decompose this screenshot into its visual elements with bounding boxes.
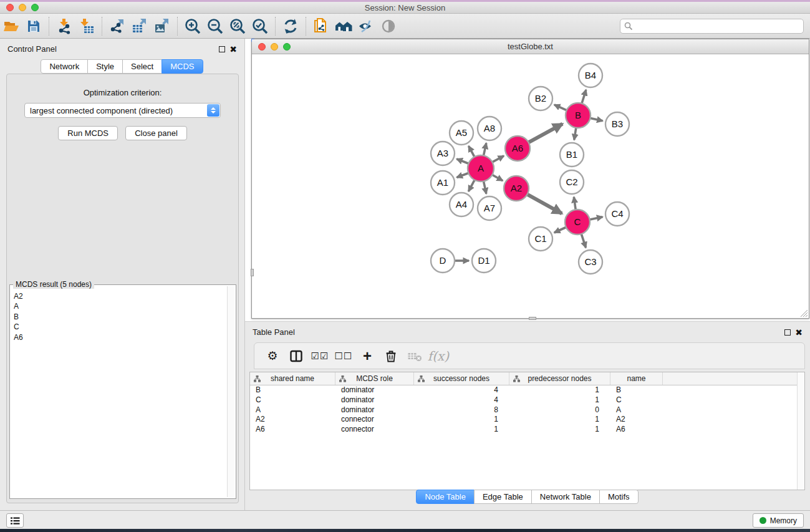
graph-edge-A-A4[interactable] (468, 179, 475, 191)
column-header-MCDS-role[interactable]: MCDS role (335, 372, 414, 385)
column-header-successor-nodes[interactable]: successor nodes (414, 372, 509, 385)
table-row[interactable]: A6connector11A6 (250, 425, 804, 435)
open-session-button[interactable] (0, 16, 22, 37)
graph-edge-B-B1[interactable] (574, 127, 576, 140)
optimization-criterion-label: Optimization criterion: (7, 88, 238, 97)
result-scrollbar[interactable] (227, 286, 234, 497)
tab-motifs[interactable]: Motifs (599, 490, 639, 504)
tab-network-table[interactable]: Network Table (531, 490, 600, 504)
tab-mcds[interactable]: MCDS (162, 59, 203, 74)
tab-style[interactable]: Style (87, 59, 123, 74)
graph-node-label: C (574, 216, 581, 227)
table-row[interactable]: Bdominator41B (250, 385, 804, 395)
run-mcds-button[interactable]: Run MCDS (58, 126, 118, 140)
zoom-out-button[interactable] (204, 16, 226, 37)
search-field-wrap (620, 19, 804, 34)
zoom-in-icon (184, 17, 201, 35)
column-header-predecessor-nodes[interactable]: predecessor nodes (509, 372, 610, 385)
tab-network[interactable]: Network (41, 59, 88, 74)
delete-table-icon (407, 349, 422, 363)
gear-icon: ⚙ (267, 349, 277, 363)
network-view-window[interactable]: testGlobe.txt (251, 39, 809, 319)
graph-edge-C-C4[interactable] (589, 217, 603, 220)
graph-edge-A-A8[interactable] (483, 143, 486, 157)
bottom-resize-grip[interactable] (529, 317, 536, 320)
show-columns-button[interactable] (286, 346, 307, 367)
graph-edge-C-C1[interactable] (554, 226, 567, 233)
import-network-icon (56, 18, 72, 34)
delete-button[interactable] (380, 346, 402, 367)
graph-edge-C-C3[interactable] (581, 233, 586, 248)
table-row[interactable]: Cdominator41C (250, 395, 804, 405)
graph-edge-A6-B[interactable] (528, 124, 562, 143)
graph-edge-B-B4[interactable] (581, 90, 586, 105)
network-graph[interactable]: B4B2BB3A5A8A6A3AA1B1C2A2A4A7CC4C1C3DD1 (252, 54, 809, 318)
close-table-panel-icon[interactable]: ✖ (795, 329, 803, 336)
graph-edge-A-A6[interactable] (491, 156, 504, 163)
criterion-value: largest connected component (directed) (30, 106, 173, 115)
toolbar-separator (102, 17, 102, 36)
show-graphics-details-button[interactable] (377, 16, 400, 37)
function-builder-button[interactable]: f(x) (428, 346, 449, 367)
node-table: shared nameMCDS rolesuccessor nodesprede… (249, 372, 805, 490)
control-panel: Control Panel ✖ NetworkStyleSelectMCDS O… (0, 39, 245, 510)
graph-edge-A-A3[interactable] (456, 159, 470, 164)
result-item[interactable]: C (14, 322, 226, 332)
result-item[interactable]: B (14, 312, 226, 322)
column-header-shared-name[interactable]: shared name (250, 372, 335, 385)
memory-button[interactable]: Memory (753, 513, 804, 528)
float-panel-icon[interactable] (219, 46, 225, 52)
table-scrollbar[interactable] (797, 372, 804, 490)
toolbar-separator (306, 17, 306, 36)
export-image-button[interactable] (151, 16, 173, 37)
result-item[interactable]: A (14, 301, 226, 311)
save-session-button[interactable] (22, 16, 45, 37)
delete-table-button[interactable] (404, 346, 425, 367)
left-resize-grip[interactable] (251, 269, 254, 276)
table-row[interactable]: Adominator80A (250, 405, 804, 415)
new-network-button[interactable] (310, 16, 332, 37)
tab-edge-table[interactable]: Edge Table (474, 490, 532, 504)
hide-graphics-details-button[interactable] (355, 16, 377, 37)
criterion-dropdown[interactable]: largest connected component (directed) (24, 103, 221, 118)
resize-grip-icon[interactable] (799, 309, 808, 317)
table-row[interactable]: A2connector11A2 (250, 415, 804, 425)
import-network-button[interactable] (53, 16, 75, 37)
graph-edge-C-C2[interactable] (574, 197, 576, 211)
export-network-button[interactable] (106, 16, 128, 37)
zoom-fit-button[interactable] (226, 16, 249, 37)
network-canvas[interactable]: B4B2BB3A5A8A6A3AA1B1C2A2A4A7CC4C1C3DD1 (252, 54, 809, 318)
close-panel-icon[interactable]: ✖ (229, 46, 237, 52)
import-table-button[interactable] (75, 16, 98, 37)
float-table-panel-icon[interactable] (784, 329, 791, 336)
task-history-button[interactable] (6, 513, 24, 528)
export-table-button[interactable] (128, 16, 151, 37)
tab-select[interactable]: Select (122, 59, 162, 74)
graph-edge-A-A7[interactable] (483, 180, 486, 194)
deselect-all-button[interactable]: ☐☐ (333, 346, 354, 367)
graph-node-label: D1 (478, 255, 489, 266)
home-layout-button[interactable] (332, 16, 355, 37)
zoom-selected-button[interactable] (249, 16, 271, 37)
memory-label: Memory (770, 516, 797, 525)
result-item[interactable]: A2 (14, 291, 226, 301)
add-column-button[interactable]: + (357, 346, 378, 367)
main-titlebar[interactable]: Session: New Session (0, 2, 810, 14)
graph-edge-A-A1[interactable] (456, 173, 470, 178)
tab-node-table[interactable]: Node Table (416, 490, 475, 504)
zoom-selected-icon (251, 17, 269, 35)
refresh-button[interactable] (279, 16, 302, 37)
graph-edge-B-B3[interactable] (589, 118, 603, 121)
graph-edge-B-B2[interactable] (554, 105, 568, 111)
table-settings-button[interactable]: ⚙ (262, 346, 283, 367)
column-header-name[interactable]: name (610, 372, 663, 385)
network-window-titlebar[interactable]: testGlobe.txt (252, 39, 809, 54)
close-panel-button[interactable]: Close panel (125, 126, 187, 140)
cell-name: A6 (610, 425, 663, 435)
graph-edge-A2-C[interactable] (526, 194, 562, 214)
search-input[interactable] (620, 19, 804, 34)
graph-edge-A-A5[interactable] (468, 146, 475, 158)
select-all-button[interactable]: ☑☑ (309, 346, 330, 367)
zoom-in-button[interactable] (181, 16, 204, 37)
result-item[interactable]: A6 (14, 332, 226, 342)
